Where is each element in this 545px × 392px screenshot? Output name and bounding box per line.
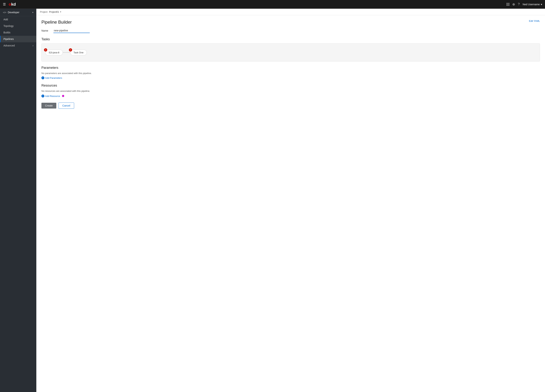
tasks-section: Tasks ! S2i-java-8 xyxy=(41,37,540,61)
add-resource-link[interactable]: + Add Resource xyxy=(41,95,60,97)
sidebar-item-add[interactable]: Add xyxy=(0,16,36,23)
hamburger-menu-icon[interactable]: ☰ xyxy=(3,2,6,6)
project-bar: Project: Project01 ▾ xyxy=(36,9,545,15)
parameters-section-title: Parameters xyxy=(41,66,540,70)
content-area: Project: Project01 ▾ Pipeline Builder Ed… xyxy=(36,9,545,392)
sidebar-item-topology[interactable]: Topology xyxy=(0,23,36,29)
page-header: Pipeline Builder Edit YAML xyxy=(41,20,540,25)
main-layout: </> Developer ▾ Add Topology Builds Pipe… xyxy=(0,9,545,392)
sidebar: </> Developer ▾ Add Topology Builds Pipe… xyxy=(0,9,36,392)
apps-grid-icon[interactable] xyxy=(507,3,509,6)
create-button[interactable]: Create xyxy=(41,103,56,109)
tasks-canvas: ! S2i-java-8 ! Task One xyxy=(41,43,540,61)
help-icon[interactable]: ? xyxy=(518,2,520,6)
developer-icon: </> xyxy=(3,11,6,14)
add-resource-icon: + xyxy=(41,95,44,97)
resources-section-title: Resources xyxy=(41,84,540,87)
resources-section: Resources No resources are associated wi… xyxy=(41,84,540,98)
user-menu[interactable]: Ned Username ▾ xyxy=(523,3,542,6)
cursor-click-indicator: ✸ xyxy=(62,94,65,98)
parameters-desc: No parameters are associated with this p… xyxy=(41,72,540,75)
add-nav-icon[interactable]: ⊕ xyxy=(512,2,515,6)
sidebar-context-label: Developer xyxy=(8,11,19,14)
pipeline-nodes: ! S2i-java-8 ! Task One xyxy=(45,49,87,55)
connector-line xyxy=(63,52,70,53)
sidebar-context-switcher[interactable]: </> Developer ▾ xyxy=(0,9,36,16)
username-label: Ned Username xyxy=(523,3,540,6)
sidebar-item-pipelines[interactable]: Pipelines xyxy=(0,36,36,42)
pipeline-name-input[interactable] xyxy=(53,28,90,33)
cancel-button[interactable]: Cancel xyxy=(58,103,74,109)
tasks-section-title: Tasks xyxy=(41,37,540,41)
sidebar-item-advanced[interactable]: Advanced › xyxy=(0,42,36,49)
node-s2i-shape: ! S2i-java-8 xyxy=(45,49,63,55)
logo-text: okd xyxy=(9,2,16,7)
advanced-chevron-icon: › xyxy=(32,44,33,47)
name-label: Name xyxy=(41,29,50,32)
action-buttons: Create Cancel xyxy=(41,103,540,109)
top-nav: ☰ okd ⊕ ? Ned Username ▾ xyxy=(0,0,545,9)
project-label: Project: xyxy=(40,11,48,13)
logo: okd xyxy=(9,2,16,7)
context-chevron-icon: ▾ xyxy=(32,11,33,14)
project-chevron-icon[interactable]: ▾ xyxy=(60,11,61,13)
parameters-section: Parameters No parameters are associated … xyxy=(41,66,540,79)
name-form-row: Name xyxy=(41,28,540,33)
nav-right: ⊕ ? Ned Username ▾ xyxy=(507,2,542,6)
sidebar-item-builds[interactable]: Builds xyxy=(0,29,36,36)
edit-yaml-link[interactable]: Edit YAML xyxy=(529,20,540,22)
pipeline-node-s2i[interactable]: ! S2i-java-8 xyxy=(45,49,63,55)
node-taskone-shape: ! Task One xyxy=(70,49,87,55)
page-content: Pipeline Builder Edit YAML Name Tasks ! xyxy=(36,15,545,392)
node-taskone-error-badge: ! xyxy=(69,48,72,52)
project-name: Project01 xyxy=(49,11,59,13)
add-parameters-link[interactable]: + Add Parameters xyxy=(41,76,62,79)
user-chevron-icon: ▾ xyxy=(541,3,542,6)
resources-desc: No resources are associated with this pi… xyxy=(41,90,540,92)
node-s2i-error-badge: ! xyxy=(44,48,47,52)
add-parameters-icon: + xyxy=(41,76,44,79)
pipeline-node-taskone[interactable]: ! Task One xyxy=(70,49,87,55)
page-title: Pipeline Builder xyxy=(41,20,72,25)
